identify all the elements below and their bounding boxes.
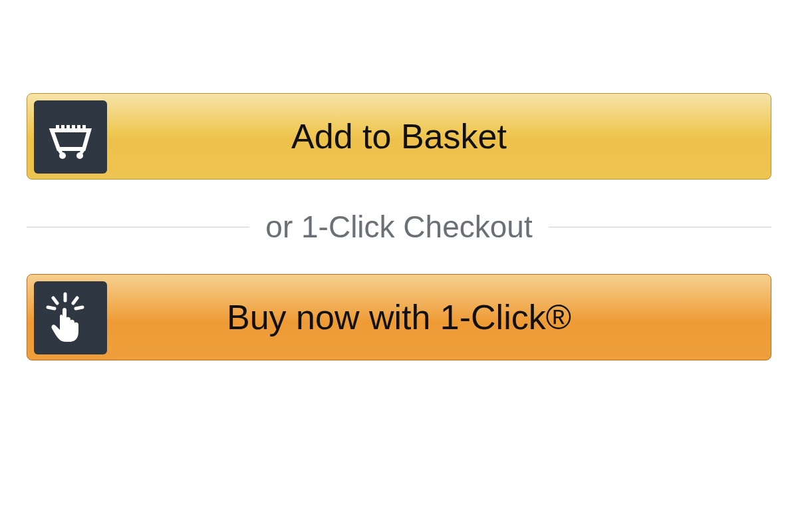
buy-now-label: Buy now with 1-Click® (27, 297, 771, 337)
divider-line-left (27, 227, 249, 227)
svg-line-9 (81, 149, 84, 153)
divider-line-right (549, 227, 771, 227)
add-to-basket-button[interactable]: Add to Basket (27, 93, 771, 180)
svg-line-8 (59, 149, 61, 153)
svg-line-11 (53, 298, 57, 303)
buy-now-button[interactable]: Buy now with 1-Click® (27, 274, 771, 360)
svg-rect-3 (72, 125, 75, 128)
add-to-basket-label: Add to Basket (27, 116, 771, 156)
one-click-icon (34, 281, 107, 354)
svg-rect-1 (61, 125, 65, 128)
cart-icon (34, 100, 107, 174)
svg-line-14 (76, 307, 82, 309)
svg-line-12 (73, 298, 77, 303)
svg-rect-2 (66, 125, 70, 128)
svg-rect-5 (82, 125, 86, 128)
svg-rect-0 (56, 125, 59, 128)
checkout-separator: or 1-Click Checkout (27, 209, 771, 245)
svg-line-13 (48, 307, 55, 309)
separator-text: or 1-Click Checkout (249, 209, 548, 245)
svg-rect-4 (77, 125, 80, 128)
